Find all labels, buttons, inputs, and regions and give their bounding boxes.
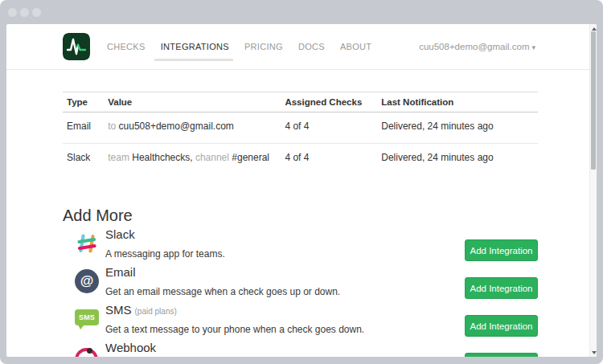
scroll-down-icon[interactable]: [590, 348, 597, 357]
table-header-row: Type Value Assigned Checks Last Notifica…: [63, 92, 538, 112]
value-text: cuu508+demo@gmail.com: [119, 121, 234, 132]
window-minimize-dot[interactable]: [20, 8, 29, 17]
integration-item-slack: Slack A messaging app for teams. Add Int…: [63, 226, 538, 264]
header-assigned-checks: Assigned Checks: [281, 92, 377, 112]
vertical-scrollbar[interactable]: [589, 24, 597, 357]
integration-name: Slack: [105, 227, 449, 243]
cell-type: Email: [63, 112, 104, 144]
main-nav: CHECKS INTEGRATIONS PRICING DOCS ABOUT: [105, 24, 384, 69]
integrations-table: Type Value Assigned Checks Last Notifica…: [63, 92, 538, 174]
cell-value: team Healthchecks, channel #general: [104, 144, 281, 175]
header-last-notification: Last Notification: [377, 92, 538, 112]
value-label: team: [108, 152, 132, 163]
integration-description: A messaging app for teams.: [105, 248, 449, 260]
email-at-icon: @: [75, 269, 99, 293]
healthchecks-logo-icon: [63, 33, 90, 60]
integration-note: (paid plans): [135, 307, 177, 316]
table-row: Slack team Healthchecks, channel #genera…: [63, 144, 538, 175]
integration-name: SMS(paid plans): [105, 303, 449, 319]
header-value: Value: [104, 92, 281, 112]
navbar: CHECKS INTEGRATIONS PRICING DOCS ABOUT c…: [6, 24, 597, 70]
page-viewport: CHECKS INTEGRATIONS PRICING DOCS ABOUT c…: [6, 24, 597, 357]
value-label: channel: [193, 152, 232, 163]
main-content: Type Value Assigned Checks Last Notifica…: [63, 92, 538, 357]
nav-link-checks[interactable]: CHECKS: [105, 24, 148, 69]
value-label: to: [108, 121, 118, 132]
sms-bubble-icon: SMS: [75, 307, 99, 331]
add-integration-button[interactable]: Add Integration: [465, 277, 538, 299]
account-email: cuu508+demo@gmail.com: [419, 42, 529, 51]
account-menu[interactable]: cuu508+demo@gmail.com▾: [419, 42, 535, 51]
integration-item-email: @ Email Get an email message when a chec…: [63, 264, 538, 301]
webhook-icon: [75, 348, 99, 357]
nav-link-pricing[interactable]: PRICING: [242, 24, 285, 69]
cell-value: to cuu508+demo@gmail.com: [104, 112, 281, 144]
cell-last-notification: Delivered, 24 minutes ago: [377, 144, 538, 175]
cell-last-notification: Delivered, 24 minutes ago: [377, 112, 538, 144]
scrollbar-thumb[interactable]: [591, 31, 596, 170]
add-more-heading: Add More: [63, 205, 538, 226]
browser-window: CHECKS INTEGRATIONS PRICING DOCS ABOUT c…: [0, 0, 603, 364]
cell-assigned-checks: 4 of 4: [281, 144, 377, 175]
integration-description: Get an email message when a check goes u…: [105, 286, 449, 297]
table-row: Email to cuu508+demo@gmail.com 4 of 4 De…: [63, 112, 538, 144]
nav-link-docs[interactable]: DOCS: [296, 24, 327, 69]
integration-item-sms: SMS SMS(paid plans) Get a text message t…: [63, 301, 538, 339]
add-integration-button[interactable]: Add Integration: [465, 239, 538, 261]
integration-description: Get a text message to your phone when a …: [105, 324, 449, 335]
add-integration-button[interactable]: Add Integration: [465, 315, 538, 337]
cell-type: Slack: [63, 144, 104, 175]
cell-assigned-checks: 4 of 4: [281, 112, 377, 144]
window-maximize-dot[interactable]: [32, 8, 41, 17]
window-titlebar: [0, 0, 603, 24]
integration-name: Webhook: [105, 341, 449, 357]
nav-link-integrations[interactable]: INTEGRATIONS: [158, 24, 232, 69]
chevron-down-icon: ▾: [531, 43, 535, 51]
value-text: Healthchecks,: [132, 152, 192, 163]
integration-name: Email: [105, 265, 449, 281]
value-text: #general: [232, 152, 269, 163]
slack-icon: [75, 231, 99, 256]
healthchecks-logo[interactable]: [63, 33, 90, 60]
nav-link-about[interactable]: ABOUT: [338, 24, 374, 69]
integration-item-webhook: Webhook Add Integration: [63, 339, 538, 357]
window-close-dot[interactable]: [8, 8, 17, 17]
add-integration-button[interactable]: Add Integration: [465, 353, 538, 357]
header-type: Type: [63, 92, 104, 112]
